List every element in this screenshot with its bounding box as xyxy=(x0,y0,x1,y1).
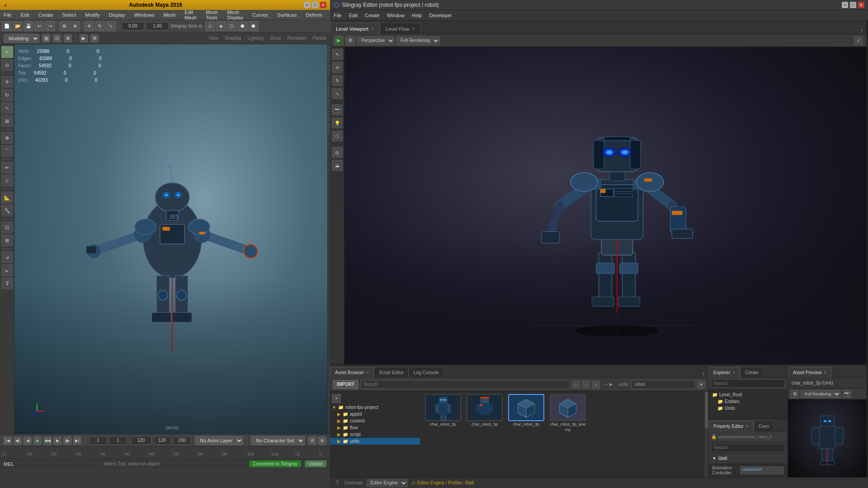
tool-b[interactable]: ⊾ xyxy=(1,264,13,276)
tb-undo[interactable]: ↩ xyxy=(34,21,44,31)
btn-step-fwd[interactable]: ▶ xyxy=(53,436,61,445)
vp-play[interactable]: ▶ xyxy=(334,36,344,46)
maya-viewport[interactable]: 305 Verts: 29386 0 0 Edges: 83389 0 xyxy=(14,44,330,434)
preview-settings-icon[interactable]: ⚙ xyxy=(791,390,799,398)
tab-explorer[interactable]: Explorer × xyxy=(708,367,740,378)
tb-poly2[interactable]: ◈ xyxy=(216,21,226,31)
tool-rotate[interactable]: ↻ xyxy=(1,89,13,101)
tb-save[interactable]: 💾 xyxy=(24,21,33,31)
tb-scale[interactable]: ⤡ xyxy=(106,21,116,31)
vp-expand-button[interactable]: ⤢ xyxy=(854,36,863,45)
tb-poly4[interactable]: ⬢ xyxy=(238,21,248,31)
maya-menu-edit-mesh[interactable]: Edit Mesh xyxy=(183,9,198,21)
maya-menu-windows[interactable]: Windows xyxy=(132,11,156,19)
tool-snap[interactable]: 🔧 xyxy=(1,205,13,216)
tree-item-robot-fps[interactable]: ▼ 📁 robot-fps-project xyxy=(330,404,420,411)
update-button[interactable]: Update xyxy=(305,460,326,467)
tb-poly1[interactable]: ◇ xyxy=(205,21,215,31)
sr-tool-mesh[interactable]: ⬡ xyxy=(332,131,343,141)
tab-create[interactable]: Create xyxy=(740,367,764,378)
maya-menu-create[interactable]: Create xyxy=(37,11,55,19)
tab-viewport-close[interactable]: × xyxy=(371,26,374,31)
tool-transform[interactable]: ⊞ xyxy=(1,115,13,127)
vp-camera-dropdown[interactable]: Perspective xyxy=(357,36,395,45)
stingray-viewport[interactable] xyxy=(344,47,867,364)
tb-mode2[interactable]: ⊡ xyxy=(53,34,61,42)
stingray-maximize[interactable]: □ xyxy=(850,2,856,8)
stingray-minimize[interactable]: − xyxy=(842,2,848,8)
vp-render-dropdown[interactable]: Full Rendering xyxy=(396,36,440,45)
btn-play[interactable]: ▶ xyxy=(33,436,42,445)
sr-menu-help[interactable]: Help xyxy=(412,13,422,18)
maya-menu-modify[interactable]: Modify xyxy=(83,11,101,19)
tab-log-console[interactable]: Log Console xyxy=(409,367,444,378)
asset-scrollbar[interactable] xyxy=(704,391,708,477)
maya-menu-edit[interactable]: Edit xyxy=(19,11,31,19)
sr-tool-move[interactable]: ✛ xyxy=(332,62,343,73)
timeline-range-field[interactable] xyxy=(173,436,191,445)
tab-asset-close[interactable]: × xyxy=(366,370,369,375)
maya-menu-mesh-tools[interactable]: Mesh Tools xyxy=(204,9,220,21)
timeline-start-field[interactable] xyxy=(89,436,107,445)
tab-level-flow[interactable]: Level Flow × xyxy=(380,23,420,34)
tab-script-editor[interactable]: Script Editor xyxy=(374,367,408,378)
filter-input[interactable] xyxy=(632,380,695,389)
field-value1[interactable] xyxy=(122,22,144,30)
btn-go-start[interactable]: |◀ xyxy=(4,436,12,445)
tool-move[interactable]: ✛ xyxy=(1,76,13,88)
stingray-close[interactable]: × xyxy=(858,2,864,8)
mode-dropdown[interactable]: Modeling xyxy=(4,34,39,43)
tool-measure[interactable]: 📐 xyxy=(1,192,13,203)
tb-mode1[interactable]: ▨ xyxy=(42,34,50,42)
sr-menu-file[interactable]: File xyxy=(334,13,342,18)
tb-render2[interactable]: ⚙ xyxy=(90,34,99,42)
btn-go-end[interactable]: ▶| xyxy=(73,436,81,445)
sr-tool-light[interactable]: 💡 xyxy=(332,117,343,128)
sr-tool-place[interactable]: ◎ xyxy=(332,147,343,158)
tree-item-flow[interactable]: ▶ 📁 flow xyxy=(330,424,420,431)
tab-asset-preview[interactable]: Asset Preview × xyxy=(788,367,831,378)
maya-menu-curves[interactable]: Curves xyxy=(250,11,270,19)
tree-item-script[interactable]: ▶ 📁 script xyxy=(330,431,420,438)
nav-home[interactable]: ⌂ xyxy=(592,380,600,389)
preview-viewport[interactable] xyxy=(788,399,867,477)
timeline-max-field[interactable] xyxy=(153,436,171,445)
scroll-thumb[interactable] xyxy=(705,392,708,428)
sr-menu-window[interactable]: Window xyxy=(387,13,405,18)
tab-property-editor[interactable]: Property Editor × xyxy=(708,421,754,432)
status-help-icon[interactable]: ? xyxy=(334,479,341,487)
tool-sculpt[interactable]: ⌒ xyxy=(1,145,13,157)
tb-render1[interactable]: ▶ xyxy=(80,34,88,42)
maya-menu-mesh-display[interactable]: Mesh Display xyxy=(225,9,245,21)
sr-tool-scale[interactable]: ⤡ xyxy=(332,88,343,99)
asset-item-4[interactable]: char_robot_3p_ene my xyxy=(548,394,588,432)
tab-conn[interactable]: Conn xyxy=(754,421,774,432)
import-button[interactable]: IMPORT xyxy=(333,380,359,389)
sr-menu-edit[interactable]: Edit xyxy=(349,13,358,18)
tree-item-units[interactable]: ▶ 📁 units xyxy=(330,438,420,445)
btn-anim-tools[interactable]: ⊞ xyxy=(318,436,326,445)
btn-next-key[interactable]: |▶ xyxy=(63,436,71,445)
tb-poly3[interactable]: ⬡ xyxy=(227,21,237,31)
tab-flow-close[interactable]: × xyxy=(412,26,415,31)
tb-redo[interactable]: ↪ xyxy=(45,21,55,31)
btn-prev-key[interactable]: ◀| xyxy=(14,436,22,445)
maximize-button[interactable]: □ xyxy=(312,2,318,8)
tab-level-viewport[interactable]: Level Viewport × xyxy=(330,23,380,34)
sr-menu-developer[interactable]: Developer xyxy=(429,13,452,18)
tab-explorer-close[interactable]: × xyxy=(732,370,735,375)
tab-prop-close[interactable]: × xyxy=(746,424,749,429)
sr-tool-terrain[interactable]: ⛰ xyxy=(332,160,343,171)
no-char-set[interactable]: No Character Set xyxy=(251,436,305,445)
timeline-ruler[interactable]: 0 10 20 30 40 50 60 70 80 90 100 110 1| … xyxy=(0,447,330,459)
maya-menu-deform[interactable]: Deform xyxy=(304,11,324,19)
tree-level-root[interactable]: 📁 Level_Root xyxy=(708,391,788,398)
tool-select[interactable]: ↖ xyxy=(1,46,13,58)
no-anim-layer[interactable]: No Anim Layer xyxy=(195,436,243,445)
minimize-button[interactable]: − xyxy=(304,2,310,8)
tree-item-appkit[interactable]: ▶ 📁 appkit xyxy=(330,411,420,418)
maya-menu-display[interactable]: Display xyxy=(107,11,127,19)
preview-render-mode[interactable]: Full Rendering xyxy=(801,390,841,398)
tb-poly5[interactable]: ⬣ xyxy=(249,21,259,31)
tb-mode3[interactable]: ⊞ xyxy=(64,34,72,42)
